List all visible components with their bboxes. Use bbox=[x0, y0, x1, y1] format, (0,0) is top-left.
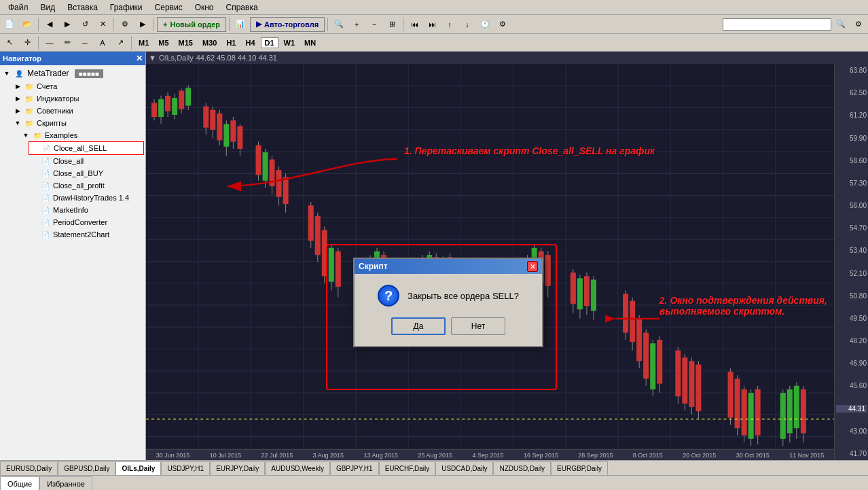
search-input[interactable] bbox=[723, 18, 831, 31]
hline-btn[interactable]: ─ bbox=[77, 35, 93, 50]
tf-d1[interactable]: D1 bbox=[261, 37, 278, 48]
dialog-message-area: ? Закрыть все ордера SELL? bbox=[378, 285, 519, 307]
scripts-folder-icon: 📁 bbox=[24, 118, 35, 128]
examples-expander[interactable]: ▼ bbox=[22, 132, 30, 139]
chart-tab-oils-daily[interactable]: OILs,Daily bbox=[115, 461, 161, 475]
chart-tab-usdjpy-h1[interactable]: USDJPY,H1 bbox=[161, 461, 210, 475]
account-expander[interactable]: ▼ bbox=[3, 70, 11, 77]
menu-insert[interactable]: Вставка bbox=[62, 1, 103, 14]
extra-btn[interactable]: ⚙ bbox=[850, 17, 867, 32]
chart-tab-nzdusd-daily[interactable]: NZDUSD,Daily bbox=[493, 461, 551, 475]
chart-area[interactable]: ▼ OILs,Daily 44.62 45.08 44.10 44.31 bbox=[146, 52, 868, 460]
text-btn[interactable]: A bbox=[94, 35, 111, 50]
scripts-expander[interactable]: ▼ bbox=[14, 120, 22, 126]
menu-view[interactable]: Вид bbox=[35, 1, 61, 14]
line-btn[interactable]: — bbox=[41, 35, 58, 50]
zoom-btn[interactable]: 🔍 bbox=[331, 17, 347, 32]
chart-tab-eurgbp-daily[interactable]: EURGBP,Daily bbox=[551, 461, 608, 475]
navigator-close-btn[interactable]: ✕ bbox=[136, 54, 143, 63]
nav-script-marketinfo[interactable]: 📄 MarketInfo bbox=[29, 204, 144, 216]
run-btn[interactable]: ▶ bbox=[134, 17, 151, 32]
navigator-content: ▼ 👤 MetaTrader ■■■■■ ▶ 📁 Счета ▶ 📁 Индик… bbox=[0, 65, 145, 460]
nav-accounts-section[interactable]: ▶ 📁 Счета bbox=[12, 80, 144, 92]
script-name-6: MarketInfo bbox=[53, 206, 88, 214]
script-dialog: Скрипт ✕ ? Закрыть все ордера SELL? Да bbox=[353, 258, 543, 347]
dialog-close-button[interactable]: ✕ bbox=[527, 261, 538, 272]
nav-examples-folder[interactable]: ▼ 📁 Examples bbox=[20, 129, 144, 141]
accounts-label: Счета bbox=[37, 82, 57, 90]
menu-window[interactable]: Окно bbox=[189, 1, 219, 14]
indicators-expander[interactable]: ▶ bbox=[14, 95, 22, 102]
auto-trade-btn[interactable]: ▶ Авто-торговля bbox=[250, 17, 325, 32]
nav-indicators-section[interactable]: ▶ 📁 Индикаторы bbox=[12, 92, 144, 105]
tf-w1[interactable]: W1 bbox=[280, 37, 300, 48]
compile-btn[interactable]: ⚙ bbox=[117, 17, 133, 32]
crosshair-btn[interactable]: ✛ bbox=[19, 35, 35, 50]
menu-file[interactable]: Файл bbox=[3, 1, 34, 14]
zoomout-btn[interactable]: − bbox=[366, 17, 382, 32]
open-btn[interactable]: 📂 bbox=[19, 17, 35, 32]
tf-h1[interactable]: H1 bbox=[222, 37, 240, 48]
chart-tab-gbpjpy-h1[interactable]: GBPJPY,H1 bbox=[330, 461, 379, 475]
nav-script-statement2chart[interactable]: 📄 Statement2Chart bbox=[29, 228, 144, 241]
general-tab-favorites[interactable]: Избранное bbox=[39, 476, 92, 490]
sep2 bbox=[113, 18, 114, 31]
general-tab-common[interactable]: Общие bbox=[0, 476, 39, 490]
script-icon-4: 📄 bbox=[40, 180, 51, 191]
back-btn[interactable]: ◀ bbox=[41, 17, 58, 32]
drawing-toolbar: ↖ ✛ — ✏ ─ A ↗ M1 M5 M15 M30 H1 H4 D1 W1 … bbox=[0, 34, 868, 52]
pen-btn[interactable]: ✏ bbox=[59, 35, 75, 50]
nav-script-close-all-profit[interactable]: 📄 Close_all_profit bbox=[29, 179, 144, 192]
chart-tab-eurjpy-daily[interactable]: EURJPY,Daily bbox=[210, 461, 265, 475]
nav-script-close-all[interactable]: 📄 Close_all bbox=[29, 155, 144, 167]
tf-mn[interactable]: MN bbox=[300, 37, 320, 48]
nav-script-close-all-sell[interactable]: 📄 Cloce_all_SELL bbox=[29, 141, 144, 155]
chart-tab-audusd-weekly[interactable]: AUDUSD,Weekly bbox=[265, 461, 330, 475]
grid-btn[interactable]: ⊞ bbox=[384, 17, 400, 32]
nav-script-drawhistory[interactable]: 📄 DrawHistoryTrades 1.4 bbox=[29, 192, 144, 204]
nav-advisors-section[interactable]: ▶ 📁 Советники bbox=[12, 105, 144, 117]
chart-dropdown-icon[interactable]: ▼ bbox=[149, 54, 156, 62]
settings-btn[interactable]: ⚙ bbox=[494, 17, 511, 32]
dialog-yes-button[interactable]: Да bbox=[391, 317, 446, 335]
stop-btn[interactable]: ✕ bbox=[94, 17, 111, 32]
examples-folder-icon: 📁 bbox=[32, 130, 43, 141]
new-order-btn[interactable]: + Новый ордер bbox=[157, 17, 226, 32]
tf-m5[interactable]: M5 bbox=[154, 37, 173, 48]
account-icon: 👤 bbox=[14, 68, 24, 79]
menu-service[interactable]: Сервис bbox=[149, 1, 188, 14]
arrow-btn[interactable]: ↗ bbox=[112, 35, 128, 50]
script-icon-7: 📄 bbox=[40, 217, 51, 228]
dialog-no-button[interactable]: Нет bbox=[451, 317, 505, 335]
cursor-btn[interactable]: ↖ bbox=[1, 35, 18, 50]
next-bar-btn[interactable]: ⏭ bbox=[424, 17, 440, 32]
accounts-expander[interactable]: ▶ bbox=[14, 83, 22, 90]
advisors-expander[interactable]: ▶ bbox=[14, 107, 22, 114]
prev-bar-btn[interactable]: ⏮ bbox=[406, 17, 422, 32]
sell-btn[interactable]: ↓ bbox=[459, 17, 475, 32]
script-icon-5: 📄 bbox=[40, 192, 51, 203]
menu-help[interactable]: Справка bbox=[221, 1, 264, 14]
chart-tab-eurusd-daily[interactable]: EURUSD,Daily bbox=[0, 461, 58, 475]
nav-script-periodconverter[interactable]: 📄 PeriodConverter bbox=[29, 216, 144, 228]
chart-btn1[interactable]: 📊 bbox=[232, 17, 249, 32]
chart-tab-eurchf-daily[interactable]: EURCHF,Daily bbox=[379, 461, 436, 475]
account-name: MetaTrader bbox=[27, 69, 69, 78]
chart-tab-usdcad-daily[interactable]: USDCAD,Daily bbox=[435, 461, 493, 475]
refresh-btn[interactable]: ↺ bbox=[77, 17, 93, 32]
forward-btn[interactable]: ▶ bbox=[59, 17, 75, 32]
search-btn[interactable]: 🔍 bbox=[833, 17, 849, 32]
main-toolbar: 📄 📂 ◀ ▶ ↺ ✕ ⚙ ▶ + Новый ордер 📊 ▶ Авто-т… bbox=[0, 15, 868, 34]
buy-btn[interactable]: ↑ bbox=[441, 17, 458, 32]
chart-tab-gbpusd-daily[interactable]: GBPUSD,Daily bbox=[58, 461, 115, 475]
tf-m30[interactable]: M30 bbox=[198, 37, 221, 48]
tf-m15[interactable]: M15 bbox=[175, 37, 197, 48]
zoomin-btn[interactable]: + bbox=[348, 17, 365, 32]
nav-scripts-section[interactable]: ▼ 📁 Скрипты bbox=[12, 117, 144, 129]
new-btn[interactable]: 📄 bbox=[1, 17, 18, 32]
tf-m1[interactable]: M1 bbox=[134, 37, 153, 48]
menu-charts[interactable]: Графики bbox=[105, 1, 148, 14]
tf-h4[interactable]: H4 bbox=[241, 37, 259, 48]
clock-btn[interactable]: 🕐 bbox=[477, 17, 493, 32]
nav-script-close-all-buy[interactable]: 📄 Close_all_BUY bbox=[29, 167, 144, 179]
